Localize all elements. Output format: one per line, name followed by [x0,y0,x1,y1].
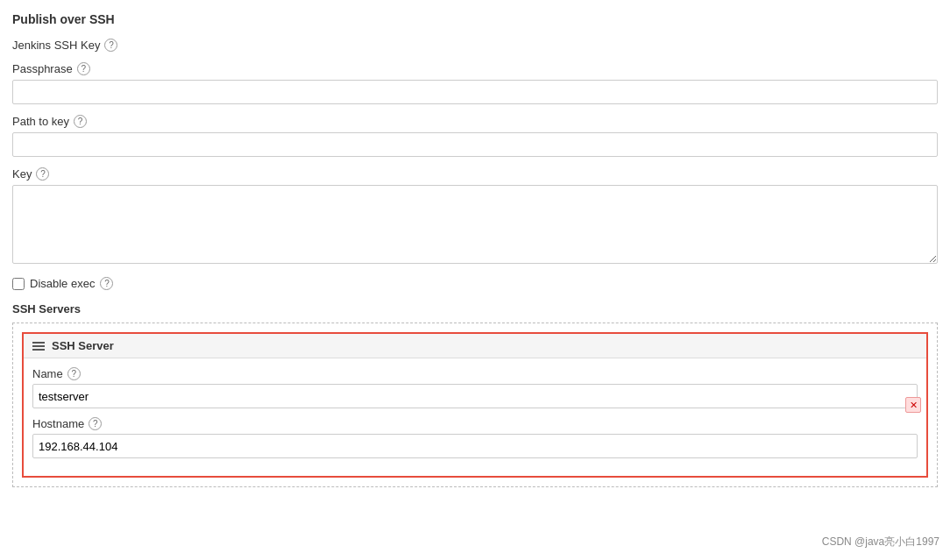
watermark: CSDN @java亮小白1997 [822,535,939,549]
server-name-label: Name ? [32,367,918,380]
server-hostname-input[interactable] [32,434,918,458]
disable-exec-group: Disable exec ? [12,277,938,290]
ssh-servers-container: SSH Server ✕ Name ? Hostname [12,323,938,487]
ssh-server-block: SSH Server ✕ Name ? Hostname [22,332,928,478]
page-title: Publish over SSH [12,12,938,26]
server-name-help-icon[interactable]: ? [67,367,81,380]
path-to-key-input[interactable] [12,132,938,157]
ssh-server-header: SSH Server ✕ [24,334,926,358]
ssh-server-title: SSH Server [52,339,114,352]
disable-exec-help-icon[interactable]: ? [100,277,113,290]
passphrase-label: Passphrase ? [12,62,938,75]
path-to-key-group: Path to key ? [12,115,938,157]
jenkins-ssh-key-group: Jenkins SSH Key ? [12,39,938,52]
key-label: Key ? [12,167,938,181]
server-name-group: Name ? [32,367,918,408]
jenkins-ssh-key-label: Jenkins SSH Key ? [12,39,938,52]
close-icon: ✕ [910,400,918,411]
disable-exec-checkbox[interactable] [12,278,25,290]
key-help-icon[interactable]: ? [36,167,49,181]
ssh-server-body: Name ? Hostname ? [24,358,926,476]
key-textarea[interactable] [12,185,938,264]
jenkins-ssh-key-help-icon[interactable]: ? [104,39,117,52]
server-name-input[interactable] [32,384,918,408]
path-to-key-help-icon[interactable]: ? [74,115,87,128]
server-hostname-help-icon[interactable]: ? [89,417,102,430]
disable-exec-label: Disable exec [30,277,95,290]
passphrase-group: Passphrase ? [12,62,938,104]
passphrase-input[interactable] [12,80,938,104]
server-hostname-group: Hostname ? [32,417,918,458]
ssh-servers-label: SSH Servers [12,302,938,315]
page-container: Publish over SSH Jenkins SSH Key ? Passp… [0,0,950,500]
key-group: Key ? [12,167,938,266]
path-to-key-label: Path to key ? [12,115,938,128]
drag-handle-icon[interactable] [32,342,45,351]
server-hostname-label: Hostname ? [32,417,918,430]
passphrase-help-icon[interactable]: ? [77,62,90,75]
close-server-button[interactable]: ✕ [905,397,921,413]
